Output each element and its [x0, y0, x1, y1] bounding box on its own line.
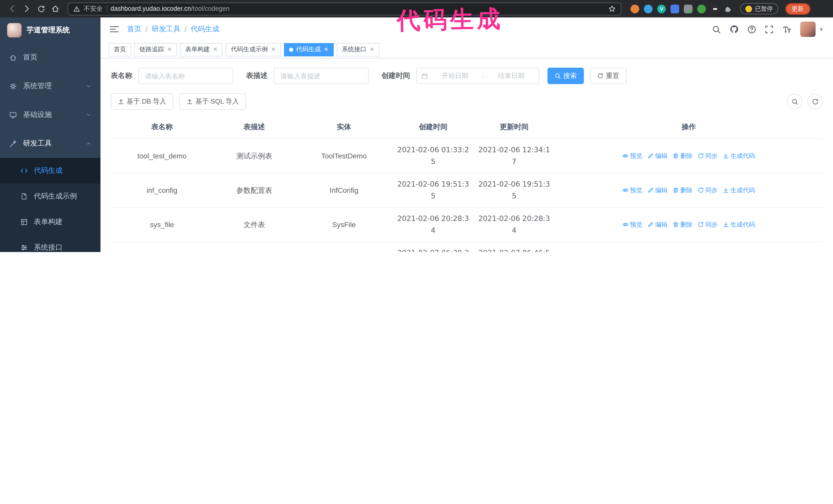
refresh-table-button[interactable]: [807, 94, 823, 109]
sidebar-item-devtools[interactable]: 研发工具: [0, 129, 100, 158]
table-name-input[interactable]: [138, 68, 233, 84]
edit-link[interactable]: 编辑: [647, 150, 667, 162]
date-range-picker[interactable]: 开始日期 - 结束日期: [416, 68, 539, 84]
back-icon[interactable]: [6, 3, 19, 15]
upload-icon: [118, 98, 124, 104]
page-content: 表名称 表描述 创建时间 开始日期 - 结束日期: [100, 58, 833, 252]
breadcrumb-home[interactable]: 首页: [127, 25, 142, 34]
home-icon[interactable]: [49, 3, 62, 15]
table-toolbar: 基于 DB 导入 基于 SQL 导入: [111, 93, 823, 110]
extension-icon[interactable]: [711, 4, 719, 13]
app-logo[interactable]: 芋道管理系统: [0, 18, 100, 43]
cell-created: 2021-02-07 06:39:34: [392, 242, 474, 252]
preview-link[interactable]: 预览: [622, 184, 642, 196]
extension-icon[interactable]: [684, 4, 693, 13]
table-row: inf_config 参数配置表 InfConfig 2021-02-06 19…: [111, 173, 823, 208]
tab-form-builder[interactable]: 表单构建✕: [180, 43, 222, 56]
breadcrumb-devtools[interactable]: 研发工具: [152, 25, 181, 34]
toggle-search-button[interactable]: [787, 94, 802, 109]
sidebar-item-form-builder[interactable]: 表单构建: [0, 209, 100, 235]
edit-link[interactable]: 编辑: [647, 219, 667, 231]
generate-code-link[interactable]: 生成代码: [723, 184, 755, 196]
edit-link[interactable]: 编辑: [647, 184, 667, 196]
cell-actions: 预览 编辑 删除 同步 生成代码: [555, 242, 823, 252]
cell-actions: 预览 编辑 删除 同步 生成代码: [555, 139, 823, 173]
fullscreen-icon[interactable]: [765, 25, 774, 33]
import-db-button[interactable]: 基于 DB 导入: [111, 93, 173, 110]
reload-icon[interactable]: [35, 3, 47, 15]
cell-updated: 2021-02-06 12:34:17: [474, 139, 555, 173]
user-menu[interactable]: ▼: [800, 22, 824, 37]
delete-link[interactable]: 删除: [672, 219, 693, 231]
col-entity: 实体: [295, 116, 392, 139]
preview-link[interactable]: 预览: [622, 219, 642, 231]
paused-badge[interactable]: 已暂停: [740, 3, 778, 14]
app-title: 芋道管理系统: [27, 26, 70, 35]
tab-close-icon[interactable]: ✕: [213, 46, 217, 53]
eye-icon: [622, 187, 628, 193]
sync-link[interactable]: 同步: [698, 184, 718, 196]
cell-table-name: inf_config: [111, 173, 213, 208]
reset-button[interactable]: 重置: [590, 68, 626, 84]
address-bar[interactable]: 不安全 dashboard.yudao.iocoder.cn/tool/code…: [68, 2, 621, 15]
sidebar-item-home[interactable]: 首页: [0, 43, 100, 72]
tab-codegen-example[interactable]: 代码生成示例✕: [226, 43, 281, 56]
sync-link[interactable]: 同步: [698, 219, 718, 231]
delete-link[interactable]: 删除: [672, 150, 693, 162]
table-desc-label: 表描述: [246, 71, 268, 80]
sidebar-item-api[interactable]: 系统接口: [0, 235, 100, 252]
logo-avatar: [7, 23, 22, 38]
github-icon[interactable]: [730, 25, 739, 34]
bookmark-star-icon[interactable]: [609, 5, 616, 12]
warning-icon: [73, 5, 80, 12]
sidebar-item-codegen[interactable]: 代码生成: [0, 158, 100, 184]
tab-close-icon[interactable]: ✕: [167, 46, 172, 53]
chevron-down-icon: [86, 83, 91, 89]
tab-home[interactable]: 首页: [109, 43, 131, 56]
document-icon: [21, 193, 28, 200]
generate-code-link[interactable]: 生成代码: [723, 150, 755, 162]
font-size-icon[interactable]: [782, 25, 791, 33]
forward-icon[interactable]: [21, 3, 33, 15]
cell-entity: SysFile: [295, 208, 392, 242]
table-desc-input[interactable]: [274, 68, 368, 84]
tab-close-icon[interactable]: ✕: [324, 46, 328, 53]
cell-entity: InfJob: [295, 242, 392, 252]
help-icon[interactable]: [747, 25, 756, 33]
tab-codegen[interactable]: 代码生成✕: [284, 43, 333, 56]
sidebar-item-system[interactable]: 系统管理: [0, 72, 100, 100]
tab-api[interactable]: 系统接口✕: [337, 43, 379, 56]
extension-icon[interactable]: [697, 4, 706, 13]
tab-close-icon[interactable]: ✕: [370, 46, 374, 53]
tags-view-bar: 首页 链路追踪✕ 表单构建✕ 代码生成示例✕ 代码生成✕ 系统接口✕: [100, 41, 833, 58]
table-row: sys_file 文件表 SysFile 2021-02-06 20:28:34…: [111, 208, 823, 242]
extension-icon[interactable]: [644, 4, 652, 13]
caret-down-icon: ▼: [819, 26, 824, 32]
sidebar-item-infra[interactable]: 基础设施: [0, 100, 100, 129]
table-name-label: 表名称: [111, 71, 132, 80]
extensions-puzzle-icon[interactable]: [724, 5, 732, 13]
sliders-icon: [21, 244, 28, 251]
tab-close-icon[interactable]: ✕: [271, 46, 276, 53]
sidebar-item-codegen-example[interactable]: 代码生成示例: [0, 184, 100, 209]
preview-link[interactable]: 预览: [622, 150, 642, 162]
trash-icon: [672, 153, 679, 159]
delete-link[interactable]: 删除: [672, 184, 693, 196]
update-button[interactable]: 更新: [785, 3, 810, 15]
codegen-table: 表名称 表描述 实体 创建时间 更新时间 操作 tool_test_demo 测…: [111, 116, 823, 252]
end-date-placeholder: 结束日期: [488, 71, 534, 80]
table-row: inf_job 定时任务表 InfJob 2021-02-07 06:39:34…: [111, 242, 823, 252]
extension-icon[interactable]: V: [657, 4, 666, 13]
import-sql-button[interactable]: 基于 SQL 导入: [180, 93, 246, 110]
extension-icon[interactable]: [670, 4, 679, 13]
active-dot: [289, 47, 293, 51]
tab-tracing[interactable]: 链路追踪✕: [134, 43, 177, 56]
search-icon[interactable]: [712, 25, 721, 33]
hamburger-icon[interactable]: [110, 25, 119, 33]
form-icon: [21, 218, 28, 225]
sync-link[interactable]: 同步: [698, 150, 718, 162]
search-button[interactable]: 搜索: [547, 68, 584, 84]
generate-code-link[interactable]: 生成代码: [723, 219, 755, 231]
extension-icon[interactable]: [630, 4, 639, 13]
chevron-down-icon: [86, 112, 91, 117]
